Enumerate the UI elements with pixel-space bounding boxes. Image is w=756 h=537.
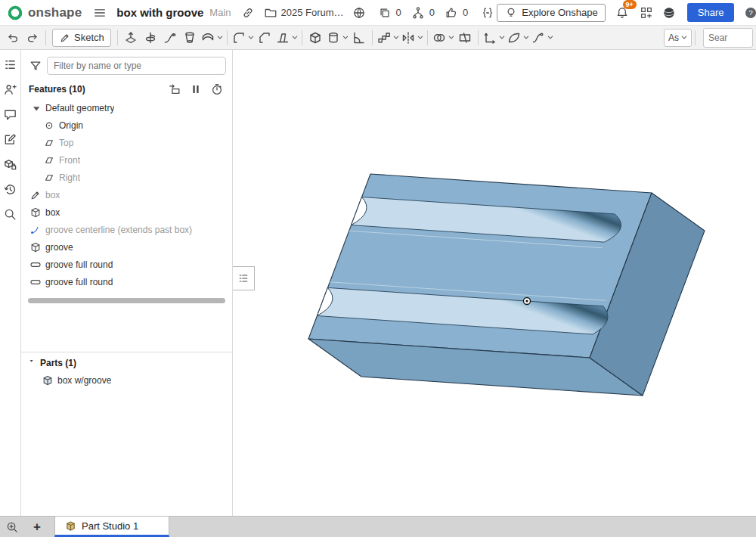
copy-icon — [376, 4, 394, 22]
forks-stat[interactable]: 0 — [409, 4, 435, 22]
feature-tree-item[interactable]: Top — [21, 134, 232, 151]
explore-onshape-button[interactable]: Explore Onshape — [497, 4, 605, 22]
insert-feature-icon[interactable] — [167, 82, 182, 96]
community-icon[interactable] — [660, 4, 678, 22]
sweep-tool-button[interactable] — [160, 28, 180, 48]
feature-label: Right — [59, 172, 80, 183]
thumbs-up-icon — [442, 4, 460, 22]
collaborate-icon[interactable] — [2, 81, 19, 98]
likes-stat[interactable]: 0 — [442, 4, 468, 22]
hole-tool-button[interactable] — [325, 28, 349, 48]
parts-list: box w/groove — [21, 371, 232, 389]
copies-stat[interactable]: 0 — [376, 4, 401, 22]
feature-tree-item[interactable]: groove full round — [21, 273, 232, 290]
filter-input[interactable] — [47, 57, 226, 75]
toolbar-divider — [45, 30, 46, 45]
part-studio-icon — [64, 520, 77, 532]
transform-tool-button[interactable] — [482, 28, 506, 48]
help-menu[interactable]: ? — [742, 4, 756, 22]
revolve-tool-button[interactable] — [141, 28, 160, 48]
fillet-tool-button[interactable] — [231, 28, 255, 48]
appearance-dropdown[interactable]: As — [664, 29, 692, 47]
sketch-button[interactable]: Sketch — [52, 29, 111, 47]
mirror-tool-button[interactable] — [400, 28, 424, 48]
filter-icon[interactable] — [29, 57, 42, 75]
extrude-icon — [29, 206, 42, 219]
redo-button[interactable] — [23, 28, 42, 48]
toolbar-divider — [227, 30, 228, 45]
surface-tool-button[interactable] — [506, 28, 530, 48]
search-tools-icon[interactable] — [2, 206, 19, 222]
share-link-icon[interactable] — [239, 4, 257, 22]
notes-icon[interactable] — [2, 131, 19, 147]
pencil-icon — [59, 32, 71, 44]
help-icon: ? — [742, 4, 756, 22]
tree-group-default-geometry[interactable]: Default geometry — [21, 99, 232, 116]
main-area: Features (10) Default geometryOriginTopF… — [0, 50, 756, 516]
split-tool-button[interactable] — [455, 28, 475, 48]
workspace-name[interactable]: Main — [209, 7, 231, 18]
loft-tool-button[interactable] — [180, 28, 200, 48]
draft-tool-button[interactable] — [274, 28, 299, 48]
explore-onshape-label: Explore Onshape — [522, 7, 597, 18]
feature-tree-item[interactable]: box — [21, 203, 232, 221]
feature-toolbar: Sketch As — [0, 26, 756, 50]
feature-tree-item[interactable]: groove centerline (extends past box) — [21, 221, 232, 238]
folder-name[interactable]: 2025 Forum… — [281, 7, 344, 18]
rib-tool-button[interactable] — [349, 28, 369, 48]
thicken-tool-button[interactable] — [200, 28, 224, 48]
onshape-logo-icon[interactable] — [6, 4, 24, 22]
fullround-icon — [29, 258, 42, 272]
curve-tool-button[interactable] — [530, 28, 554, 48]
feature-tree-item[interactable]: Front — [21, 151, 232, 169]
chamfer-tool-button[interactable] — [255, 28, 274, 48]
feature-list-icon[interactable] — [2, 56, 19, 73]
feature-label: groove centerline (extends past box) — [45, 225, 192, 235]
add-tab-button[interactable]: + — [27, 517, 47, 537]
parts-header[interactable]: Parts (1) — [21, 352, 232, 371]
feature-tree-item[interactable]: groove full round — [21, 256, 232, 273]
fullround-icon — [29, 275, 42, 289]
app-store-icon[interactable] — [637, 4, 655, 22]
render-options-icon[interactable] — [2, 517, 23, 537]
features-horizontal-scrollbar[interactable] — [28, 298, 225, 303]
list-icon — [237, 272, 249, 284]
origin-marker[interactable] — [524, 298, 531, 305]
feature-tree-item[interactable]: box — [21, 186, 232, 203]
extrude-tool-button[interactable] — [121, 28, 141, 48]
toolbar-divider — [478, 30, 479, 45]
main-menu-icon[interactable] — [91, 4, 109, 22]
notifications-button[interactable]: 9+ — [613, 4, 631, 22]
featurescript-icon[interactable] — [479, 4, 497, 22]
regen-timer-icon[interactable] — [209, 82, 225, 96]
feature-tree-item[interactable]: groove — [21, 238, 232, 256]
shell-tool-button[interactable] — [305, 28, 325, 48]
boolean-tool-button[interactable] — [431, 28, 455, 48]
feature-tree-item[interactable]: Origin — [21, 116, 232, 134]
comments-icon[interactable] — [2, 106, 19, 123]
feature-label: Top — [59, 138, 73, 148]
lightbulb-icon — [504, 4, 518, 22]
origin-icon — [42, 119, 56, 132]
tab-part-studio-1[interactable]: Part Studio 1 — [54, 517, 169, 537]
feature-tree-item[interactable]: Right — [21, 169, 232, 186]
sketch-icon — [29, 188, 42, 202]
model-viewport[interactable] — [233, 50, 756, 516]
bottom-tab-bar: + Part Studio 1 — [0, 516, 756, 537]
svg-text:?: ? — [749, 8, 754, 17]
share-button[interactable]: Share — [687, 3, 735, 22]
toolbar-divider — [372, 30, 373, 45]
undo-button[interactable] — [3, 28, 23, 48]
toolbar-search-input[interactable] — [703, 28, 753, 48]
linear-pattern-tool-button[interactable] — [376, 28, 400, 48]
history-icon[interactable] — [2, 181, 19, 197]
part-list-item[interactable]: box w/groove — [21, 371, 232, 389]
document-title[interactable]: box with groove — [116, 6, 203, 19]
filter-row — [21, 50, 232, 79]
rollback-pause-icon[interactable] — [188, 82, 203, 96]
public-globe-icon[interactable] — [350, 4, 368, 22]
feature-list-toggle[interactable] — [233, 266, 255, 290]
standard-content-icon[interactable] — [2, 156, 19, 172]
top-header: onshape box with groove Main 2025 Forum…… — [0, 0, 756, 26]
feature-label: groove full round — [45, 259, 113, 270]
